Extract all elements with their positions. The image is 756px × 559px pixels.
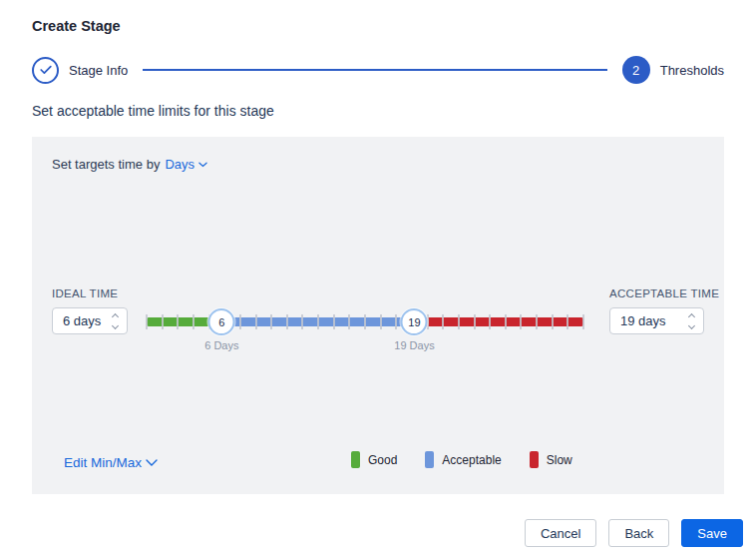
slider-tick	[380, 314, 382, 329]
stepper: Stage Info 2 Thresholds	[32, 56, 724, 84]
slider-tick	[567, 314, 568, 329]
save-button[interactable]: Save	[681, 519, 743, 547]
target-time-prefix: Set targets time by	[52, 157, 160, 172]
slider-handle-ideal[interactable]: 6	[208, 308, 235, 335]
slider-tick	[395, 314, 397, 329]
page-title: Create Stage	[32, 18, 121, 34]
legend-label-acceptable: Acceptable	[442, 453, 501, 467]
step-complete-check-icon	[32, 57, 59, 84]
slider-tick	[177, 314, 179, 329]
threshold-slider: 6 19 6 Days 19 Days	[147, 317, 583, 373]
acceptable-time-label: ACCEPTABLE TIME	[609, 287, 704, 299]
slider-tick	[582, 314, 584, 329]
slider-tick	[255, 314, 257, 329]
slider-legend: Good Acceptable Slow	[351, 451, 572, 468]
stepper-up-icon[interactable]	[688, 312, 695, 319]
slider-track[interactable]: 6 19 6 Days 19 Days	[147, 317, 583, 326]
edit-minmax-link[interactable]: Edit Min/Max	[64, 455, 158, 470]
target-time-unit-dropdown[interactable]: Days	[165, 157, 207, 172]
panel-subtitle: Set acceptable time limits for this stag…	[32, 103, 274, 119]
acceptable-time-stepper[interactable]	[687, 312, 696, 330]
step-number-badge: 2	[622, 56, 650, 84]
slider-segment-slow	[414, 317, 583, 326]
slider-tick	[489, 314, 491, 329]
edit-minmax-label: Edit Min/Max	[64, 455, 142, 470]
legend-swatch-good	[351, 451, 360, 468]
ideal-time-group: IDEAL TIME 6 days	[52, 287, 128, 334]
legend-swatch-acceptable	[425, 451, 434, 468]
footer-actions: Cancel Back Save	[525, 519, 743, 547]
stepper-down-icon[interactable]	[688, 321, 695, 328]
slider-tick	[239, 314, 241, 329]
slider-handle-ideal-label: 6 Days	[204, 339, 238, 351]
stepper-connector-line	[143, 69, 606, 71]
slider-tick	[442, 314, 444, 329]
legend-label-slow: Slow	[547, 453, 572, 467]
slider-tick	[520, 314, 522, 329]
stepper-down-icon[interactable]	[112, 321, 119, 328]
slider-tick	[270, 314, 272, 329]
legend-label-good: Good	[368, 453, 397, 467]
slider-tick	[505, 314, 507, 329]
thresholds-panel: Set targets time by Days IDEAL TIME 6 da…	[32, 137, 724, 494]
slider-handle-ideal-value: 6	[218, 316, 224, 328]
slider-tick	[286, 314, 288, 329]
acceptable-time-group: ACCEPTABLE TIME 19 days	[609, 287, 704, 334]
slider-tick	[458, 314, 460, 329]
chevron-down-icon	[146, 459, 158, 467]
legend-swatch-slow	[530, 451, 539, 468]
slider-tick	[333, 314, 335, 329]
slider-tick	[192, 314, 194, 329]
step-stage-info-label: Stage Info	[69, 63, 128, 78]
acceptable-time-input[interactable]: 19 days	[609, 307, 704, 334]
step-thresholds[interactable]: 2 Thresholds	[622, 56, 724, 84]
ideal-time-label: IDEAL TIME	[52, 287, 128, 299]
slider-tick	[474, 314, 476, 329]
slider-tick	[364, 314, 366, 329]
ideal-time-stepper[interactable]	[111, 312, 120, 330]
slider-tick	[348, 314, 350, 329]
slider-tick	[536, 314, 538, 329]
step-stage-info[interactable]: Stage Info	[32, 57, 128, 84]
slider-handle-acceptable-value: 19	[408, 316, 420, 328]
stepper-up-icon[interactable]	[112, 312, 119, 319]
target-time-row: Set targets time by Days	[52, 157, 207, 172]
cancel-button[interactable]: Cancel	[525, 519, 596, 547]
target-time-unit-value: Days	[165, 157, 194, 172]
legend-item-good: Good	[351, 451, 397, 468]
slider-row: IDEAL TIME 6 days 6 19	[52, 287, 704, 373]
slider-tick	[301, 314, 303, 329]
ideal-time-value: 6 days	[63, 313, 101, 328]
step-thresholds-label: Thresholds	[660, 63, 724, 78]
legend-item-acceptable: Acceptable	[425, 451, 501, 468]
chevron-down-icon	[198, 162, 207, 168]
ideal-time-input[interactable]: 6 days	[52, 307, 128, 334]
slider-tick	[317, 314, 319, 329]
slider-tick	[146, 314, 148, 329]
slider-tick	[552, 314, 554, 329]
slider-handle-acceptable-label: 19 Days	[394, 339, 434, 351]
slider-tick	[162, 314, 164, 329]
back-button[interactable]: Back	[608, 519, 669, 547]
acceptable-time-value: 19 days	[620, 313, 666, 328]
legend-item-slow: Slow	[530, 451, 572, 468]
slider-handle-acceptable[interactable]: 19	[401, 308, 428, 335]
